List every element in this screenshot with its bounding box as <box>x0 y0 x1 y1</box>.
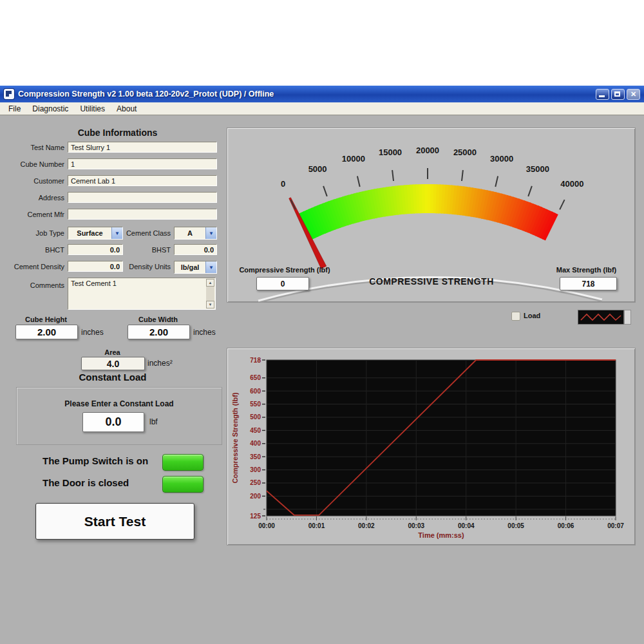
menu-about[interactable]: About <box>111 103 142 115</box>
cement-density-label: Cement Density <box>0 263 64 270</box>
svg-text:00:01: 00:01 <box>308 522 325 529</box>
legend-handle[interactable] <box>624 310 631 325</box>
job-type-label: Job Type <box>6 229 64 237</box>
app-icon <box>4 89 14 99</box>
svg-text:00:02: 00:02 <box>358 522 375 529</box>
address-label: Address <box>6 194 64 202</box>
svg-text:15000: 15000 <box>379 147 402 157</box>
svg-text:10000: 10000 <box>342 154 365 164</box>
gauge-readout-value: 0 <box>256 277 309 290</box>
app-icon-glyph <box>6 91 12 97</box>
density-units-value: lb/gal <box>175 263 205 271</box>
cube-width-input[interactable]: 2.00 <box>128 325 190 339</box>
cube-number-label: Cube Number <box>6 160 64 168</box>
menu-diagnostic[interactable]: Diagnostic <box>26 103 74 115</box>
load-waveform-icon <box>578 310 623 324</box>
cube-number-input[interactable] <box>68 158 217 169</box>
legend-checkbox[interactable] <box>511 312 520 321</box>
svg-text:125: 125 <box>250 513 261 520</box>
svg-text:400: 400 <box>250 440 261 447</box>
svg-text:00:07: 00:07 <box>607 522 624 529</box>
svg-text:00:05: 00:05 <box>507 522 524 529</box>
cement-class-value: A <box>175 229 205 237</box>
screen: Compression Strength v2 1.00 beta 120-20… <box>0 0 644 644</box>
svg-text:00:03: 00:03 <box>408 522 424 529</box>
area-label: Area <box>81 348 144 356</box>
legend-label: Load <box>524 312 540 319</box>
svg-text:00:00: 00:00 <box>258 522 275 529</box>
window-title: Compression Strength v2 1.00 beta 120-20… <box>18 90 596 99</box>
menu-file[interactable]: File <box>3 103 26 115</box>
svg-text:25000: 25000 <box>453 147 477 157</box>
gauge-readout-label: Compressive Strength (lbf) <box>236 266 333 274</box>
scroll-up-icon[interactable]: ▲ <box>206 279 214 287</box>
door-status-text: The Door is closed <box>43 477 129 488</box>
density-units-dropdown-icon[interactable]: ▼ <box>205 261 216 273</box>
cement-class-dropdown-icon[interactable]: ▼ <box>205 227 216 239</box>
gauge-panel: 0500010000150002000025000300003500040000… <box>227 128 636 303</box>
svg-text:300: 300 <box>250 466 261 473</box>
customer-input[interactable] <box>68 175 217 186</box>
max-strength-value: 718 <box>560 277 617 290</box>
svg-text:40000: 40000 <box>560 179 583 189</box>
svg-text:200: 200 <box>250 493 261 500</box>
comments-text: Test Cement 1 <box>71 279 117 287</box>
svg-text:350: 350 <box>250 453 261 460</box>
job-type-value: Surface <box>68 229 111 237</box>
menu-bar: File Diagnostic Utilities About <box>0 102 644 115</box>
svg-text:35000: 35000 <box>526 164 549 174</box>
density-units-select[interactable]: lb/gal ▼ <box>174 261 217 274</box>
svg-text:5000: 5000 <box>308 164 327 174</box>
density-units-label: Density Units <box>113 263 171 270</box>
cube-informations-title: Cube Informations <box>61 128 174 138</box>
svg-text:Compressive Strength (lbf): Compressive Strength (lbf) <box>231 392 239 484</box>
maximize-icon <box>614 91 620 97</box>
cement-class-select[interactable]: A ▼ <box>174 227 217 240</box>
chart-panel: 71865060055050045040035030025020012500:0… <box>227 348 636 545</box>
constant-load-prompt: Please Enter a Constant Load <box>26 399 213 408</box>
max-strength-label: Max Strength (lbf) <box>546 266 627 274</box>
address-input[interactable] <box>68 192 217 203</box>
constant-load-input[interactable]: 0.0 <box>82 412 144 432</box>
area-value: 4.0 <box>81 357 145 370</box>
bhct-label: BHCT <box>6 246 64 254</box>
strength-time-chart: 71865060055050045040035030025020012500:0… <box>227 348 635 545</box>
comments-scrollbar[interactable]: ▲ ▼ <box>206 279 214 308</box>
cube-height-label: Cube Height <box>15 316 77 323</box>
cube-height-input[interactable]: 2.00 <box>15 325 78 339</box>
comments-input[interactable]: Test Cement 1 ▲ ▼ <box>68 278 216 310</box>
close-icon: ✕ <box>627 90 639 99</box>
customer-label: Customer <box>6 177 64 185</box>
gauge-title: COMPRESSIVE STRENGTH <box>348 276 515 287</box>
pump-status-led <box>162 454 204 471</box>
door-status-led <box>162 476 204 493</box>
minimize-button[interactable] <box>596 89 609 100</box>
maximize-button[interactable] <box>611 89 625 100</box>
svg-text:550: 550 <box>250 401 261 408</box>
minimize-icon <box>599 95 605 97</box>
svg-text:450: 450 <box>250 427 261 434</box>
area-unit: inches² <box>147 359 173 368</box>
start-test-button[interactable]: Start Test <box>35 503 194 540</box>
cement-mfr-input[interactable] <box>68 209 217 220</box>
svg-text:718: 718 <box>250 357 261 364</box>
legend-plot-sample[interactable] <box>578 310 624 325</box>
scroll-down-icon[interactable]: ▼ <box>206 301 214 308</box>
window-controls: ✕ <box>596 89 640 100</box>
svg-text:600: 600 <box>250 388 261 395</box>
svg-text:20000: 20000 <box>416 146 439 155</box>
svg-text:500: 500 <box>250 413 261 421</box>
bhst-input[interactable] <box>174 244 217 255</box>
svg-text:30000: 30000 <box>490 154 513 164</box>
pump-status-text: The Pump Switch is on <box>43 455 148 466</box>
svg-text:0: 0 <box>281 179 285 189</box>
test-name-input[interactable] <box>68 142 217 153</box>
constant-load-unit: lbf <box>149 417 158 426</box>
title-bar: Compression Strength v2 1.00 beta 120-20… <box>0 86 644 102</box>
svg-text:Time (mm:ss): Time (mm:ss) <box>418 531 464 539</box>
close-button[interactable]: ✕ <box>627 89 640 100</box>
constant-load-title: Constant Load <box>58 372 167 383</box>
menu-utilities[interactable]: Utilities <box>74 103 111 115</box>
cement-mfr-label: Cement Mfr <box>6 211 64 218</box>
cement-class-label: Cement Class <box>113 229 171 237</box>
